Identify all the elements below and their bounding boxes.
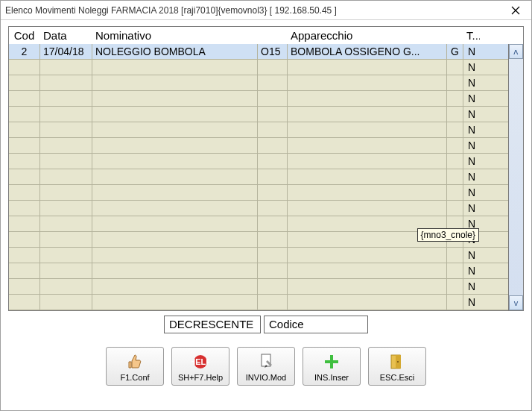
cell-g [447, 248, 463, 263]
sort-field[interactable]: Codice [264, 316, 368, 333]
cell-data [40, 216, 92, 231]
cell-app [288, 60, 447, 75]
help-icon: HELP [190, 352, 211, 371]
cell-nom [92, 248, 258, 263]
table-row[interactable]: N [9, 154, 508, 169]
mod-label: INVIO.Mod [246, 373, 286, 382]
table-row[interactable]: 217/04/18NOLEGGIO BOMBOLAO15BOMBOLA OSSI… [9, 44, 508, 60]
cell-app [288, 201, 447, 216]
cell-data [40, 154, 92, 169]
cell-nom [92, 91, 258, 106]
close-icon [511, 6, 520, 15]
cell-nom [92, 232, 258, 247]
col-nominativo[interactable]: Nominativo [92, 27, 258, 44]
col-apparecchio[interactable]: Apparecchio [288, 27, 447, 44]
cell-data [40, 279, 92, 294]
titlebar: Elenco Movimenti Noleggi FARMACIA 2018 [… [1, 1, 531, 20]
table-row[interactable]: N [9, 107, 508, 122]
cell-appcode: O15 [258, 44, 288, 59]
grid-body[interactable]: 217/04/18NOLEGGIO BOMBOLAO15BOMBOLA OSSI… [9, 44, 508, 310]
cell-t: N [463, 169, 480, 184]
table-row[interactable]: N [9, 75, 508, 91]
cell-g [447, 185, 463, 200]
col-scroll-spacer [480, 27, 495, 44]
window-title: Elenco Movimenti Noleggi FARMACIA 2018 [… [5, 5, 504, 16]
cell-data: 17/04/18 [40, 44, 92, 59]
exit-icon [387, 352, 408, 371]
cell-nom [92, 169, 258, 184]
vertical-scrollbar[interactable]: ʌ v [508, 44, 523, 310]
cell-data [40, 91, 92, 106]
col-data[interactable]: Data [40, 27, 92, 44]
cell-cod [9, 201, 40, 216]
cell-data [40, 138, 92, 153]
cell-g [447, 107, 463, 122]
col-g[interactable] [447, 27, 463, 44]
cell-cod [9, 107, 40, 122]
esci-label: ESC.Esci [380, 373, 414, 382]
cell-appcode [258, 107, 288, 122]
scroll-down-button[interactable]: v [509, 295, 523, 310]
cell-t: N [463, 122, 480, 137]
col-cod[interactable]: Cod [9, 27, 40, 44]
cell-appcode [258, 75, 288, 90]
cell-nom [92, 138, 258, 153]
cell-app [288, 75, 447, 90]
cell-appcode [258, 185, 288, 200]
cell-cod [9, 75, 40, 90]
conf-button[interactable]: F1.Conf [106, 347, 164, 386]
scroll-track[interactable] [509, 59, 523, 295]
cell-nom [92, 154, 258, 169]
cell-g [447, 75, 463, 90]
svg-text:HELP: HELP [191, 357, 209, 366]
order-field[interactable]: DECRESCENTE [164, 316, 261, 333]
cell-app [288, 122, 447, 137]
help-button[interactable]: HELP SH+F7.Help [171, 347, 229, 386]
cell-t: N [463, 185, 480, 200]
cell-appcode [258, 263, 288, 278]
cell-cod: 2 [9, 44, 40, 59]
table-row[interactable]: N [9, 91, 508, 107]
table-row[interactable]: N [9, 295, 508, 310]
table-row[interactable]: N [9, 201, 508, 216]
cell-g [447, 122, 463, 137]
table-row[interactable]: N [9, 279, 508, 295]
thumbs-up-icon [124, 352, 145, 371]
table-row[interactable]: N [9, 263, 508, 279]
cell-app: BOMBOLA OSSIGENO G... [288, 44, 447, 59]
cell-app [288, 279, 447, 294]
scroll-up-button[interactable]: ʌ [509, 44, 523, 59]
cell-nom [92, 60, 258, 75]
table-row[interactable]: N [9, 169, 508, 185]
close-button[interactable] [504, 2, 527, 19]
cell-g: G [447, 44, 463, 59]
cell-cod [9, 122, 40, 137]
col-apparecchio-code[interactable] [258, 27, 288, 44]
cell-nom [92, 185, 258, 200]
toolbar: F1.Conf HELP SH+F7.Help INVIO.Mod INS.In… [8, 347, 524, 392]
esci-button[interactable]: ESC.Esci [368, 347, 426, 386]
inser-button[interactable]: INS.Inser [303, 347, 361, 386]
cell-app [288, 295, 447, 310]
cell-data [40, 107, 92, 122]
mod-button[interactable]: INVIO.Mod [237, 347, 295, 386]
cell-t: N [463, 248, 480, 263]
table-row[interactable]: N [9, 122, 508, 138]
col-t[interactable]: T... [463, 27, 480, 44]
cell-t: N [463, 75, 480, 90]
cell-data [40, 169, 92, 184]
grid-body-wrap: 217/04/18NOLEGGIO BOMBOLAO15BOMBOLA OSSI… [9, 44, 523, 310]
cell-g [447, 91, 463, 106]
cell-data [40, 263, 92, 278]
content-area: Cod Data Nominativo Apparecchio T... 217… [1, 20, 531, 410]
table-row[interactable]: N [9, 185, 508, 201]
plus-icon [321, 352, 342, 371]
table-row[interactable]: N [9, 60, 508, 75]
table-row[interactable]: N [9, 248, 508, 263]
table-row[interactable]: N [9, 138, 508, 154]
cell-nom [92, 295, 258, 310]
edit-icon [256, 352, 276, 371]
cell-g [447, 263, 463, 278]
cell-appcode [258, 138, 288, 153]
cell-appcode [258, 169, 288, 184]
